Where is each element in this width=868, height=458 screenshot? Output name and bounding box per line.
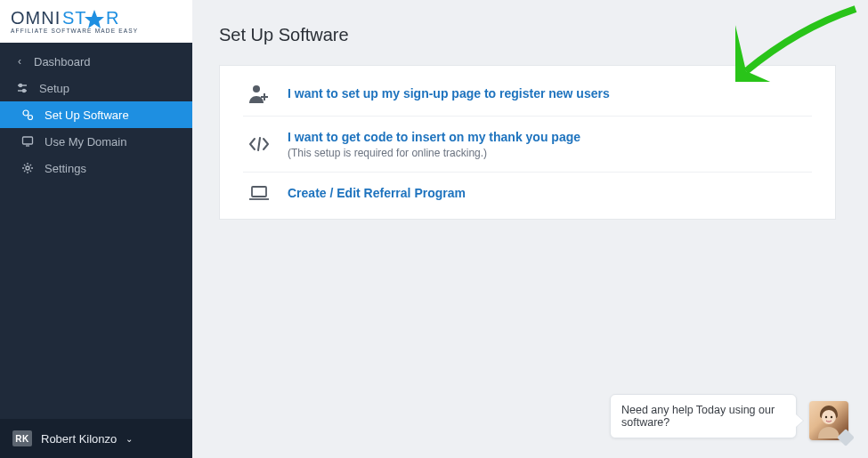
nav-settings[interactable]: Settings [0, 155, 192, 181]
user-menu[interactable]: RK Robert Kilonzo ⌄ [0, 419, 192, 458]
svg-point-21 [831, 416, 832, 418]
nav-set-up-software[interactable]: Set Up Software [0, 101, 192, 128]
option-code-link[interactable]: I want to get code to insert on my thank… [288, 130, 580, 144]
svg-point-7 [23, 90, 26, 92]
user-avatar-initials: RK [12, 430, 32, 446]
svg-point-8 [23, 110, 28, 116]
chat-help-bubble[interactable]: Need any help Today using our software? [610, 394, 797, 438]
svg-text:ST: ST [62, 8, 87, 28]
nav-setup[interactable]: Setup [0, 75, 192, 101]
nav-use-my-domain[interactable]: Use My Domain [0, 128, 192, 155]
option-code-note: (This setup is required for online track… [288, 147, 808, 159]
nav-set-up-software-label: Set Up Software [45, 108, 129, 122]
nav-use-my-domain-label: Use My Domain [45, 135, 126, 149]
option-signup-link[interactable]: I want to set up my sign-up page to regi… [288, 86, 610, 100]
sliders-icon [14, 82, 30, 94]
chat-message: Need any help Today using our software? [621, 404, 775, 429]
svg-point-12 [26, 166, 29, 170]
option-referral-link[interactable]: Create / Edit Referral Program [288, 186, 466, 200]
svg-text:R: R [106, 8, 119, 28]
nav-settings-label: Settings [45, 162, 86, 175]
chevron-down-icon: ⌄ [126, 434, 133, 444]
svg-marker-2 [85, 10, 104, 28]
gears-icon [20, 108, 36, 121]
option-code-row[interactable]: I want to get code to insert on my thank… [243, 117, 812, 173]
nav-setup-label: Setup [39, 82, 69, 95]
svg-point-6 [20, 84, 22, 87]
option-signup-row[interactable]: I want to set up my sign-up page to regi… [243, 71, 812, 117]
page-title: Set Up Software [219, 25, 836, 45]
user-plus-icon [247, 84, 272, 103]
setup-options-card: I want to set up my sign-up page to regi… [219, 65, 836, 220]
nav-dashboard[interactable]: ‹ Dashboard [0, 48, 192, 75]
svg-line-16 [258, 138, 260, 150]
brand-tagline: AFFILIATE SOFTWARE MADE EASY [11, 28, 138, 34]
code-icon [247, 135, 272, 153]
laptop-icon [247, 185, 272, 201]
gear-icon [20, 162, 36, 174]
svg-point-9 [28, 116, 33, 120]
monitor-icon [20, 135, 36, 148]
brand-logo[interactable]: OMNI ST R AFFILIATE SOFTWARE MADE EASY [0, 0, 192, 43]
svg-point-20 [825, 416, 827, 418]
option-referral-row[interactable]: Create / Edit Referral Program [243, 173, 812, 213]
svg-text:OMNI: OMNI [11, 8, 61, 28]
svg-rect-15 [261, 96, 268, 98]
svg-rect-10 [23, 137, 33, 144]
nav-dashboard-label: Dashboard [34, 55, 91, 68]
chevron-left-icon: ‹ [14, 55, 25, 68]
svg-rect-17 [252, 187, 266, 197]
user-name: Robert Kilonzo [41, 432, 117, 446]
svg-point-13 [253, 85, 260, 92]
